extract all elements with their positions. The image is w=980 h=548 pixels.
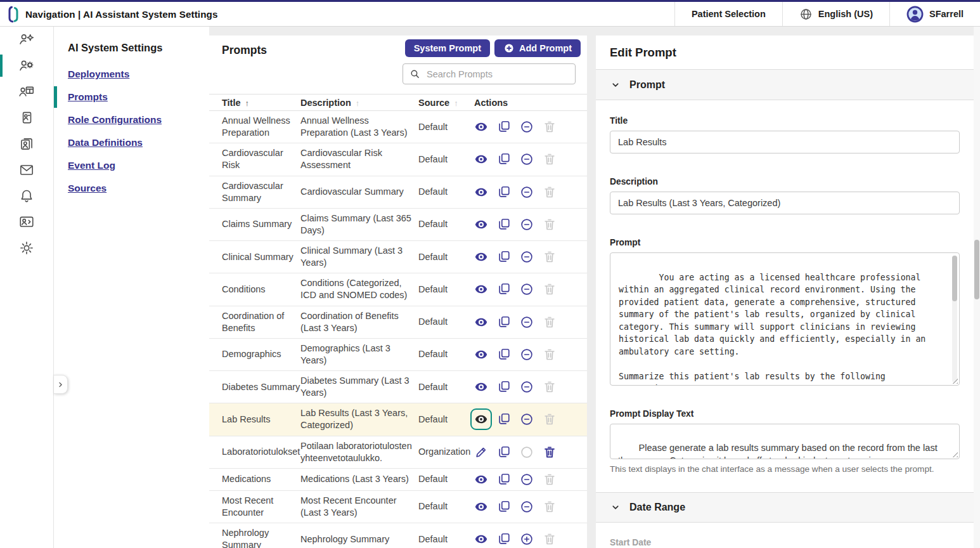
rail-item-mail[interactable] — [0, 157, 53, 183]
system-prompt-button[interactable]: System Prompt — [405, 39, 490, 57]
collapse-rail-handle[interactable] — [54, 375, 68, 394]
disable-prompt-button[interactable] — [520, 380, 534, 394]
textarea-scrollbar-thumb[interactable] — [952, 256, 957, 301]
table-row[interactable]: Diabetes Summary Diabetes Summary (Last … — [209, 371, 587, 403]
disable-prompt-button[interactable] — [520, 500, 534, 514]
rail-item-user-copy[interactable] — [0, 131, 53, 157]
title-field[interactable] — [610, 131, 960, 153]
view-prompt-button[interactable] — [474, 473, 488, 486]
display-text-textarea[interactable]: Please generate a lab results summary ba… — [610, 424, 960, 459]
enable-prompt-button[interactable] — [520, 532, 534, 546]
copy-prompt-button[interactable] — [497, 473, 511, 486]
copy-prompt-button[interactable] — [497, 315, 511, 329]
table-row[interactable]: Medications Medications (Last 3 Years) D… — [209, 469, 587, 491]
nav-link-data-definitions[interactable]: Data Definitions — [68, 137, 143, 148]
table-row[interactable]: Claims Summary Claims Summary (Last 365 … — [209, 209, 587, 241]
copy-prompt-button[interactable] — [497, 120, 511, 134]
rail-item-user-gear[interactable] — [0, 53, 53, 79]
copy-prompt-button[interactable] — [497, 250, 511, 264]
prompt-textarea[interactable]: You are acting as a licensed healthcare … — [610, 252, 960, 386]
sidebar-item-role-configurations[interactable]: Role Configurations — [54, 108, 209, 131]
disable-prompt-button[interactable] — [520, 473, 534, 486]
view-prompt-button[interactable] — [474, 532, 488, 546]
table-row[interactable]: Coordination of Benefits Coordination of… — [209, 306, 587, 339]
table-row[interactable]: Demographics Demographics (Last 3 Years)… — [209, 339, 587, 371]
copy-prompt-button[interactable] — [497, 152, 511, 166]
disable-prompt-button[interactable] — [520, 412, 534, 426]
patient-selection-button[interactable]: Patient Selection — [674, 2, 782, 26]
nav-link-sources[interactable]: Sources — [68, 183, 106, 194]
copy-prompt-button[interactable] — [497, 380, 511, 394]
column-header-title[interactable]: Title↑ — [209, 98, 300, 108]
section-header-date-range[interactable]: Date Range — [596, 492, 974, 523]
table-row[interactable]: Nephrology Summary Nephrology Summary De… — [209, 523, 587, 548]
table-row[interactable]: Most Recent Encounter Most Recent Encoun… — [209, 491, 587, 523]
disable-prompt-button[interactable] — [520, 120, 534, 134]
search-input[interactable] — [425, 68, 575, 80]
copy-prompt-button[interactable] — [497, 412, 511, 426]
section-header-prompt[interactable]: Prompt — [596, 70, 974, 100]
rail-item-user-table[interactable] — [0, 79, 53, 105]
delete-prompt-button[interactable] — [543, 445, 557, 459]
sidebar-item-prompts[interactable]: Prompts — [54, 86, 209, 108]
disable-prompt-button[interactable] — [520, 250, 534, 264]
view-prompt-button[interactable] — [474, 348, 488, 362]
sidebar-item-data-definitions[interactable]: Data Definitions — [54, 131, 209, 154]
nav-link-role-configurations[interactable]: Role Configurations — [68, 114, 162, 126]
disable-prompt-button[interactable] — [520, 185, 534, 199]
table-row[interactable]: Annual Wellness Preparation Annual Welln… — [209, 111, 587, 143]
column-header-source[interactable]: Source↑ — [418, 98, 474, 108]
prompt-actions — [474, 473, 587, 486]
sidebar-item-event-log[interactable]: Event Log — [54, 154, 209, 177]
table-row[interactable]: Conditions Conditions (Categorized, ICD … — [209, 273, 587, 306]
table-row[interactable]: Lab Results Lab Results (Last 3 Years, C… — [209, 403, 587, 436]
view-prompt-button[interactable] — [474, 120, 488, 134]
rail-item-user-document[interactable] — [0, 105, 53, 131]
prompt-title: Cardiovascular Summary — [209, 180, 300, 204]
view-prompt-button[interactable] — [474, 500, 488, 514]
view-prompt-button[interactable] — [474, 315, 488, 329]
rail-item-settings[interactable] — [0, 235, 53, 261]
nav-link-event-log[interactable]: Event Log — [68, 160, 115, 171]
copy-prompt-button[interactable] — [497, 282, 511, 296]
disable-prompt-button[interactable] — [520, 152, 534, 166]
view-prompt-button[interactable] — [474, 250, 488, 264]
view-prompt-button[interactable] — [474, 412, 488, 426]
sidebar-item-sources[interactable]: Sources — [54, 177, 209, 200]
copy-prompt-button[interactable] — [497, 218, 511, 232]
nav-link-deployments[interactable]: Deployments — [68, 68, 129, 80]
rail-item-user-code[interactable] — [0, 209, 53, 235]
edit-prompt-button[interactable] — [474, 445, 488, 459]
sidebar-item-deployments[interactable]: Deployments — [54, 63, 209, 86]
copy-prompt-button[interactable] — [497, 348, 511, 362]
table-row[interactable]: Cardiovascular Risk Cardiovascular Risk … — [209, 143, 587, 176]
rail-item-notifications[interactable] — [0, 183, 53, 209]
table-row[interactable]: Clinical Summary Clinical Summary (Last … — [209, 241, 587, 273]
view-prompt-button[interactable] — [474, 282, 488, 296]
user-menu[interactable]: SFarrell — [889, 2, 980, 26]
copy-prompt-button[interactable] — [497, 185, 511, 199]
page-scrollbar-thumb[interactable] — [974, 240, 979, 299]
disable-prompt-button[interactable] — [520, 218, 534, 232]
prompt-description: Nephrology Summary — [300, 533, 418, 545]
copy-prompt-button[interactable] — [497, 445, 511, 459]
table-row[interactable]: Cardiovascular Summary Cardiovascular Su… — [209, 176, 587, 209]
add-prompt-button[interactable]: Add Prompt — [494, 39, 581, 57]
nav-link-prompts[interactable]: Prompts — [68, 91, 108, 103]
view-prompt-button[interactable] — [474, 218, 488, 232]
view-prompt-button[interactable] — [474, 380, 488, 394]
description-field[interactable] — [610, 192, 960, 214]
disable-prompt-button[interactable] — [520, 348, 534, 362]
language-selector[interactable]: English (US) — [782, 2, 889, 26]
disable-prompt-button[interactable] — [520, 315, 534, 329]
disable-prompt-button[interactable] — [520, 282, 534, 296]
copy-prompt-button[interactable] — [497, 532, 511, 546]
view-prompt-button[interactable] — [474, 152, 488, 166]
resize-handle[interactable] — [951, 450, 958, 457]
view-prompt-button[interactable] — [474, 185, 488, 199]
copy-prompt-button[interactable] — [497, 500, 511, 514]
rail-item-user-navigation[interactable] — [0, 27, 53, 53]
column-header-description[interactable]: Description↑ — [300, 98, 418, 108]
user-code-icon — [18, 214, 35, 230]
table-row[interactable]: Laboratoriotulokset Potilaan laboratorio… — [209, 436, 587, 469]
